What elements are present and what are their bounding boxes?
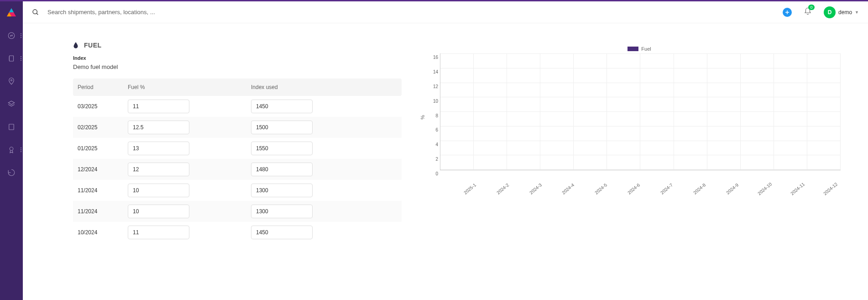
topbar: 0 D demo ▼: [23, 1, 868, 23]
y-tick: 8: [427, 114, 438, 114]
nav-explore[interactable]: [0, 24, 23, 47]
chart-plot: [440, 53, 841, 170]
avatar: D: [824, 6, 836, 18]
nav-location[interactable]: [0, 70, 23, 93]
fuel-input[interactable]: [128, 226, 189, 239]
index-input[interactable]: [251, 226, 313, 239]
index-input[interactable]: [251, 163, 313, 176]
table-row: 12/2024: [73, 159, 402, 180]
fuel-input[interactable]: [128, 142, 189, 155]
x-axis: 2025-12024-22024-32024-42024-52024-62024…: [447, 181, 841, 200]
index-input[interactable]: [251, 205, 313, 218]
index-input[interactable]: [251, 100, 313, 113]
fuel-input[interactable]: [128, 100, 189, 113]
model-name: Demo fuel model: [73, 63, 402, 70]
app-logo-icon: [6, 7, 17, 18]
section-header: FUEL: [73, 42, 402, 49]
index-input[interactable]: [251, 184, 313, 197]
user-menu[interactable]: D demo ▼: [824, 6, 859, 18]
col-fuel: Fuel %: [128, 84, 251, 90]
notification-badge: 0: [808, 5, 815, 10]
legend-label: Fuel: [641, 46, 651, 52]
add-button[interactable]: [783, 8, 792, 17]
period-cell: 12/2024: [78, 166, 128, 173]
search-icon: [32, 9, 39, 16]
table-row: 03/2025: [73, 96, 402, 117]
nav-calculator[interactable]: [0, 116, 23, 138]
table-header: Period Fuel % Index used: [73, 79, 402, 96]
y-axis-label: %: [420, 115, 425, 120]
table-body: 03/202502/202501/202512/202411/202411/20…: [73, 96, 402, 243]
content: FUEL Index Demo fuel model Period Fuel %…: [23, 23, 868, 300]
fuel-input[interactable]: [128, 121, 189, 134]
nav-layers[interactable]: [0, 93, 23, 116]
svg-point-9: [11, 79, 12, 81]
user-name: demo: [838, 9, 852, 16]
search-input[interactable]: [47, 9, 230, 16]
table-row: 11/2024: [73, 180, 402, 201]
droplet-icon: [73, 42, 78, 49]
y-tick: 0: [427, 172, 438, 172]
compass-icon: [7, 32, 16, 40]
index-label: Index: [73, 55, 402, 61]
period-cell: 11/2024: [78, 187, 128, 194]
legend-swatch: [627, 47, 638, 51]
table-row: 11/2024: [73, 201, 402, 222]
svg-rect-11: [9, 124, 14, 130]
calculator-icon: [7, 123, 16, 131]
y-tick: 6: [427, 128, 438, 128]
index-input[interactable]: [251, 121, 313, 134]
svg-line-20: [37, 13, 38, 15]
period-cell: 03/2025: [78, 103, 128, 110]
logo: [0, 1, 23, 24]
svg-point-19: [33, 10, 37, 14]
fuel-table: Period Fuel % Index used 03/202502/20250…: [73, 79, 402, 243]
table-row: 10/2024: [73, 222, 402, 243]
layers-icon: [7, 100, 16, 108]
col-period: Period: [78, 84, 128, 90]
chart-panel: Fuel % 1614121086420 2025-12024-22024-32…: [420, 42, 841, 300]
nav-history[interactable]: [0, 161, 23, 184]
nav-book[interactable]: [0, 47, 23, 70]
period-cell: 02/2025: [78, 124, 128, 131]
y-tick: 12: [427, 84, 438, 85]
sidebar: [0, 1, 23, 300]
table-row: 01/2025: [73, 138, 402, 159]
col-index: Index used: [251, 84, 379, 90]
y-tick: 4: [427, 142, 438, 143]
chevron-down-icon: ▼: [855, 10, 859, 15]
award-icon: [7, 146, 16, 154]
history-icon: [7, 168, 16, 177]
fuel-input[interactable]: [128, 184, 189, 197]
y-tick: 16: [427, 55, 438, 56]
period-cell: 11/2024: [78, 208, 128, 215]
notifications-button[interactable]: 0: [804, 7, 812, 17]
chart-body: % 1614121086420: [420, 53, 841, 181]
y-tick: 2: [427, 157, 438, 158]
svg-marker-4: [10, 34, 13, 37]
y-tick: 14: [427, 70, 438, 70]
bars: [440, 53, 841, 170]
plus-icon: [784, 10, 790, 15]
svg-marker-1: [9, 8, 14, 12]
pin-icon: [7, 77, 16, 85]
section-title: FUEL: [84, 42, 102, 49]
y-axis: 1614121086420: [427, 53, 438, 170]
svg-point-18: [10, 147, 13, 151]
chart-legend: Fuel: [438, 46, 841, 52]
fuel-input[interactable]: [128, 205, 189, 218]
svg-rect-5: [10, 56, 14, 61]
search-area: [32, 9, 783, 16]
index-input[interactable]: [251, 142, 313, 155]
svg-marker-10: [8, 101, 15, 105]
notebook-icon: [7, 54, 16, 63]
nav-award[interactable]: [0, 138, 23, 161]
main: 0 D demo ▼ FUEL Index Demo fuel model: [23, 1, 868, 300]
topbar-right: 0 D demo ▼: [783, 6, 859, 18]
fuel-panel: FUEL Index Demo fuel model Period Fuel %…: [73, 42, 402, 300]
x-axis-wrap: 2025-12024-22024-32024-42024-52024-62024…: [434, 181, 841, 204]
table-row: 02/2025: [73, 117, 402, 138]
fuel-input[interactable]: [128, 163, 189, 176]
y-tick: 10: [427, 99, 438, 100]
period-cell: 01/2025: [78, 145, 128, 152]
